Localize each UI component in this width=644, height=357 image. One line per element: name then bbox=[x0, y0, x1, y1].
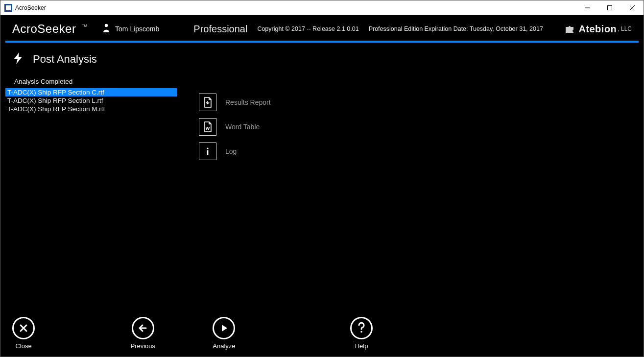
question-icon bbox=[357, 322, 366, 334]
word-document-icon: W bbox=[199, 118, 216, 136]
trademark: ™ bbox=[82, 23, 88, 30]
window-title: AcroSeeker bbox=[15, 4, 46, 11]
copyright-text: Copyright © 2017 -- Release 2.1.0.01 bbox=[257, 25, 358, 32]
file-item[interactable]: T-ADC(X) Ship RFP Section C.rtf bbox=[5, 88, 177, 96]
company-logo: Atebion , LLC bbox=[565, 24, 632, 35]
info-icon bbox=[199, 143, 216, 160]
minimize-icon bbox=[585, 5, 590, 10]
svg-rect-1 bbox=[608, 5, 612, 10]
close-button[interactable]: Close bbox=[12, 317, 35, 350]
button-label: Previous bbox=[130, 342, 155, 350]
svg-marker-5 bbox=[14, 52, 22, 64]
log-button[interactable]: Log bbox=[199, 143, 271, 160]
action-label: Word Table bbox=[225, 123, 260, 131]
x-icon bbox=[19, 324, 28, 333]
app-name-text: AcroSeeker bbox=[12, 22, 76, 35]
page-title-row: Post Analysis bbox=[13, 52, 639, 66]
button-label: Analyze bbox=[213, 342, 235, 350]
document-arrow-icon bbox=[199, 94, 216, 111]
minimize-button[interactable] bbox=[576, 0, 598, 15]
user-name: Tom Lipscomb bbox=[115, 25, 159, 33]
user-icon bbox=[102, 24, 110, 34]
svg-rect-8 bbox=[207, 150, 209, 155]
button-label: Help bbox=[355, 342, 368, 350]
file-list[interactable]: T-ADC(X) Ship RFP Section C.rtf T-ADC(X)… bbox=[5, 88, 177, 113]
lightning-icon bbox=[13, 52, 23, 66]
svg-point-7 bbox=[207, 147, 208, 149]
button-label: Close bbox=[15, 342, 31, 350]
actions-panel: Results Report W Word Table Log bbox=[199, 94, 271, 167]
svg-marker-12 bbox=[222, 325, 227, 332]
app-header: AcroSeeker ™ Tom Lipscomb Professional C… bbox=[0, 15, 644, 41]
app-window: AcroSeeker AcroSeeker ™ Tom Lipscomb Pro… bbox=[0, 0, 644, 357]
expiration-text: Professional Edition Expiration Date: Tu… bbox=[369, 25, 543, 32]
window-controls bbox=[576, 0, 644, 15]
app-name: AcroSeeker ™ bbox=[12, 22, 88, 36]
edition-label: Professional bbox=[193, 24, 247, 35]
help-button[interactable]: Help bbox=[350, 317, 373, 350]
word-table-button[interactable]: W Word Table bbox=[199, 118, 271, 136]
results-report-button[interactable]: Results Report bbox=[199, 94, 271, 111]
company-name: Atebion bbox=[578, 24, 617, 35]
svg-point-13 bbox=[360, 331, 362, 333]
close-window-button[interactable] bbox=[621, 0, 644, 15]
svg-point-4 bbox=[105, 24, 108, 27]
puzzle-icon bbox=[565, 24, 576, 34]
app-icon bbox=[4, 4, 12, 12]
play-icon bbox=[219, 324, 228, 333]
svg-text:W: W bbox=[206, 126, 210, 131]
content-area: Post Analysis Analysis Completed T-ADC(X… bbox=[0, 43, 644, 317]
action-label: Results Report bbox=[225, 98, 271, 106]
analyze-button[interactable]: Analyze bbox=[213, 317, 235, 350]
close-icon bbox=[630, 5, 635, 10]
previous-button[interactable]: Previous bbox=[130, 317, 155, 350]
arrow-left-icon bbox=[138, 323, 148, 333]
company-suffix: , LLC bbox=[618, 25, 632, 32]
maximize-icon bbox=[607, 5, 612, 10]
user-block: Tom Lipscomb bbox=[102, 24, 159, 34]
page-title: Post Analysis bbox=[33, 53, 97, 66]
titlebar: AcroSeeker bbox=[0, 0, 644, 15]
maximize-button[interactable] bbox=[598, 0, 621, 15]
file-item[interactable]: T-ADC(X) Ship RFP Section M.rtf bbox=[5, 105, 177, 113]
file-item[interactable]: T-ADC(X) Ship RFP Section L.rtf bbox=[5, 96, 177, 105]
analysis-completed-label: Analysis Completed bbox=[14, 78, 639, 85]
action-label: Log bbox=[225, 147, 237, 155]
footer: Close Previous Analyze Help bbox=[0, 317, 644, 357]
